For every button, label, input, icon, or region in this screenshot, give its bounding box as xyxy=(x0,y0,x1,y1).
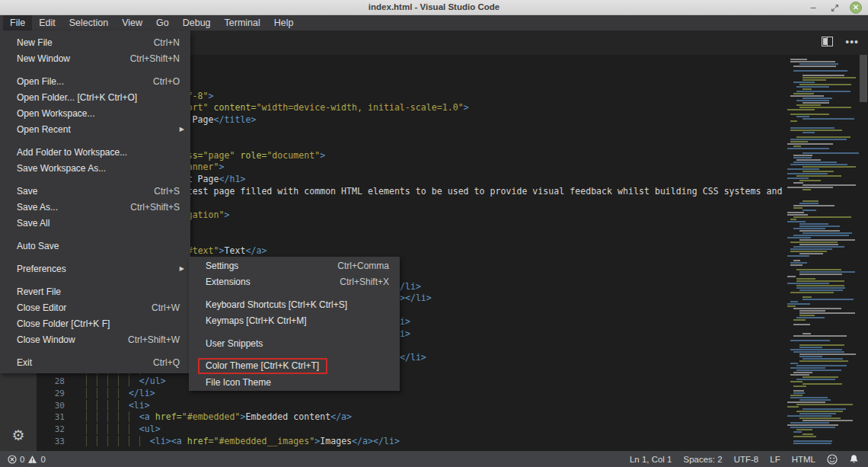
menu-item-shortcut: Ctrl+Shift+W xyxy=(128,334,180,345)
menu-item-close-editor[interactable]: Close EditorCtrl+W xyxy=(0,299,190,315)
menu-item-save-workspace-as[interactable]: Save Workspace As... xyxy=(0,160,190,176)
menu-item-new-file[interactable]: New FileCtrl+N xyxy=(0,34,190,50)
menu-item-label: Open Folder... [Ctrl+K Ctrl+O] xyxy=(17,92,137,103)
menu-item-label: New Window xyxy=(17,53,70,64)
scrollbar-slider[interactable] xyxy=(860,55,867,102)
menu-item-extensions[interactable]: ExtensionsCtrl+Shift+X xyxy=(189,273,400,289)
menu-item-open-workspace[interactable]: Open Workspace... xyxy=(0,105,190,121)
menu-item-settings[interactable]: SettingsCtrl+Comma xyxy=(189,257,400,273)
menu-item-close-folder-ctrl-k-f[interactable]: Close Folder [Ctrl+K F] xyxy=(0,315,190,331)
menu-item-label: Save As... xyxy=(17,202,58,213)
code-line: <body> xyxy=(86,138,784,150)
window-controls: – ✕ xyxy=(807,2,862,14)
status-bar: 0 0 Ln 1, Col 1 Spaces: 2 UTF-8 LF HTML xyxy=(0,451,868,467)
menu-item-open-folder-ctrl-k-ctrl-o[interactable]: Open Folder... [Ctrl+K Ctrl+O] xyxy=(0,89,190,105)
menu-item-revert-file[interactable]: Revert File xyxy=(0,283,190,299)
menu-item-shortcut: Ctrl+Q xyxy=(153,357,180,368)
code-line: <title>HTML5 Test Page</title> xyxy=(86,114,784,126)
code-line: </head> xyxy=(86,126,784,139)
menu-item-preferences[interactable]: Preferences▶ xyxy=(0,261,190,277)
menu-item-keyboard-shortcuts-ctrl-k-ctrl-s[interactable]: Keyboard Shortcuts [Ctrl+K Ctrl+S] xyxy=(189,296,400,312)
status-cursor-position[interactable]: Ln 1, Col 1 xyxy=(630,455,672,464)
menu-item-open-recent[interactable]: Open Recent▶ xyxy=(0,121,190,137)
menu-item-label: Extensions xyxy=(206,277,251,287)
error-count: 0 xyxy=(20,455,24,464)
menu-item-shortcut: Ctrl+Shift+N xyxy=(130,53,180,64)
menubar-item-help[interactable]: Help xyxy=(267,15,301,30)
menu-item-label: User Snippets xyxy=(206,338,263,349)
status-language-mode[interactable]: HTML xyxy=(792,455,815,464)
menu-item-label: Save All xyxy=(17,218,49,229)
minimize-icon[interactable]: – xyxy=(807,2,819,14)
menu-item-color-theme-ctrl-k-ctrl-t[interactable]: Color Theme [Ctrl+K Ctrl+T] xyxy=(189,358,400,374)
menu-item-save[interactable]: SaveCtrl+S xyxy=(0,183,190,199)
menu-item-shortcut: Ctrl+Shift+X xyxy=(340,277,389,287)
menu-item-save-all[interactable]: Save All xyxy=(0,215,190,231)
submenu-arrow-icon: ▶ xyxy=(180,265,184,272)
code-line: <html lang="en"> xyxy=(86,67,784,79)
code-line: <li><a href="#embedded__images">Images</… xyxy=(86,436,784,448)
menu-separator xyxy=(0,137,190,144)
settings-gear-icon[interactable]: ⚙ xyxy=(0,428,37,443)
status-eol[interactable]: LF xyxy=(770,455,780,464)
menu-item-close-window[interactable]: Close WindowCtrl+Shift+W xyxy=(0,331,190,347)
menu-item-exit[interactable]: ExitCtrl+Q xyxy=(0,354,190,370)
menu-item-open-file[interactable]: Open File...Ctrl+O xyxy=(0,73,190,89)
menu-item-file-icon-theme[interactable]: File Icon Theme xyxy=(189,374,400,390)
close-icon[interactable]: ✕ xyxy=(850,2,862,14)
code-line: <meta name="viewport" content="width=dev… xyxy=(86,102,784,114)
status-indentation[interactable]: Spaces: 2 xyxy=(684,455,723,464)
code-line: </header> xyxy=(86,197,784,210)
menu-bar: FileEditSelectionViewGoDebugTerminalHelp xyxy=(0,15,868,30)
vscode-window: index.html - Visual Studio Code – ✕ File… xyxy=(0,0,868,467)
code-line: <ul> xyxy=(86,222,784,234)
menu-item-shortcut: Ctrl+Shift+S xyxy=(130,202,180,213)
code-line: <li> xyxy=(86,400,784,412)
editor-scrollbar[interactable] xyxy=(859,55,868,451)
menu-item-label: Save xyxy=(17,186,37,197)
menu-item-label: Open Recent xyxy=(17,124,71,135)
menubar-item-selection[interactable]: Selection xyxy=(62,15,115,30)
menu-item-shortcut: Ctrl+Comma xyxy=(337,261,389,271)
menu-item-label: Keyboard Shortcuts [Ctrl+K Ctrl+S] xyxy=(206,299,347,310)
menubar-item-debug[interactable]: Debug xyxy=(176,15,218,30)
menu-item-label: Revert File xyxy=(17,286,61,297)
more-actions-icon[interactable]: ••• xyxy=(845,38,859,46)
menubar-item-edit[interactable]: Edit xyxy=(32,15,62,30)
title-bar: index.html - Visual Studio Code – ✕ xyxy=(0,0,868,15)
split-editor-icon[interactable] xyxy=(822,37,833,46)
status-encoding[interactable]: UTF-8 xyxy=(734,455,759,464)
menubar-item-view[interactable]: View xyxy=(115,15,149,30)
minimap[interactable] xyxy=(786,56,859,449)
menu-item-user-snippets[interactable]: User Snippets xyxy=(189,335,400,351)
menu-item-label: Open File... xyxy=(17,76,64,87)
editor-code[interactable]: <!doctype html><html lang="en"><head> <m… xyxy=(86,55,784,451)
menu-separator xyxy=(0,231,190,238)
menu-item-add-folder-to-workspace[interactable]: Add Folder to Workspace... xyxy=(0,144,190,160)
menu-item-auto-save[interactable]: Auto Save xyxy=(0,238,190,254)
menu-item-label: File Icon Theme xyxy=(206,377,271,388)
menu-item-label: Close Window xyxy=(17,334,75,345)
notifications-bell-icon[interactable] xyxy=(849,454,859,465)
menu-separator xyxy=(0,254,190,261)
menu-item-label: Auto Save xyxy=(17,241,59,251)
status-bar-right: Ln 1, Col 1 Spaces: 2 UTF-8 LF HTML xyxy=(630,454,868,465)
menu-item-label: Close Folder [Ctrl+K F] xyxy=(17,318,110,329)
code-line: <div id="top" class="page" role="documen… xyxy=(86,150,784,162)
menubar-item-file[interactable]: File xyxy=(3,15,32,30)
menu-item-shortcut: Ctrl+W xyxy=(152,302,180,313)
menu-item-keymaps-ctrl-k-ctrl-m[interactable]: Keymaps [Ctrl+K Ctrl+M] xyxy=(189,312,400,328)
menu-item-label: Settings xyxy=(206,261,238,271)
problems-indicator[interactable]: 0 0 xyxy=(0,455,46,464)
menu-separator xyxy=(0,176,190,183)
menu-item-save-as[interactable]: Save As...Ctrl+Shift+S xyxy=(0,199,190,215)
menubar-item-terminal[interactable]: Terminal xyxy=(218,15,267,30)
error-icon xyxy=(8,455,17,464)
menubar-item-go[interactable]: Go xyxy=(149,15,176,30)
menu-separator xyxy=(0,347,190,354)
window-title: index.html - Visual Studio Code xyxy=(0,2,868,11)
feedback-smiley-icon[interactable] xyxy=(827,454,838,465)
code-line: <a href="#text">Text</a> xyxy=(86,245,784,257)
menu-item-new-window[interactable]: New WindowCtrl+Shift+N xyxy=(0,50,190,66)
restore-icon[interactable] xyxy=(828,2,841,14)
